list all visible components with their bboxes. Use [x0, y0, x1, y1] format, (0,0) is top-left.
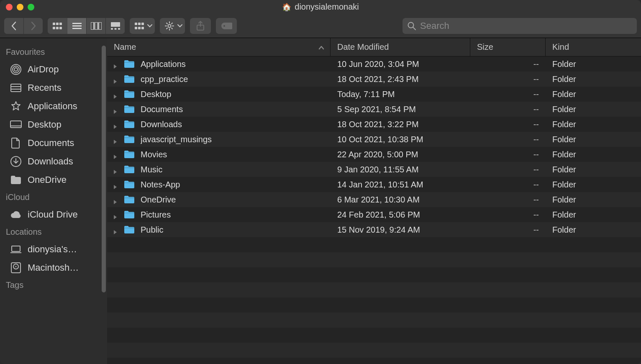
- disclosure-triangle-icon[interactable]: [113, 197, 118, 202]
- sidebar-item-dionysias[interactable]: dionysia's…: [0, 240, 107, 259]
- sidebar-item-label: Recents: [28, 82, 62, 93]
- empty-row: [107, 237, 641, 252]
- sidebar-item-downloads[interactable]: Downloads: [0, 152, 107, 171]
- search-field[interactable]: [403, 18, 637, 34]
- svg-rect-19: [135, 27, 137, 29]
- tags-button[interactable]: [216, 18, 237, 34]
- column-name[interactable]: Name: [107, 38, 331, 56]
- gallery-view-button[interactable]: [105, 18, 125, 34]
- folder-icon: [124, 195, 135, 204]
- disclosure-triangle-icon[interactable]: [113, 182, 118, 187]
- scrollbar-thumb[interactable]: [102, 46, 106, 292]
- disclosure-triangle-icon[interactable]: [113, 107, 118, 112]
- svg-rect-33: [10, 121, 21, 128]
- file-date: 15 Nov 2019, 9:24 AM: [331, 225, 470, 235]
- svg-rect-4: [56, 27, 59, 29]
- disclosure-triangle-icon[interactable]: [113, 152, 118, 157]
- table-row[interactable]: Documents 5 Sep 2021, 8:54 PM -- Folder: [107, 102, 641, 117]
- sidebar-item-desktop[interactable]: Desktop: [0, 115, 107, 134]
- disclosure-triangle-icon[interactable]: [113, 92, 118, 97]
- svg-point-27: [14, 68, 18, 71]
- folder-icon: [124, 120, 135, 128]
- sidebar-item-applications[interactable]: Applications: [0, 97, 107, 115]
- disclosure-triangle-icon[interactable]: [113, 167, 118, 172]
- sidebar-item-onedrive[interactable]: OneDrive: [0, 171, 107, 189]
- svg-rect-21: [141, 27, 144, 29]
- svg-rect-5: [59, 27, 62, 29]
- file-date: 24 Feb 2021, 5:06 PM: [331, 210, 470, 220]
- sidebar-item-macintosh[interactable]: Macintosh…: [0, 259, 107, 277]
- sidebar[interactable]: FavouritesAirDropRecentsApplicationsDesk…: [0, 38, 107, 364]
- minimize-window-button[interactable]: [17, 4, 23, 10]
- table-row[interactable]: Pictures 24 Feb 2021, 5:06 PM -- Folder: [107, 207, 641, 222]
- file-kind: Folder: [546, 150, 641, 159]
- arrange-dropdown[interactable]: [130, 18, 155, 34]
- file-size: --: [470, 195, 546, 205]
- empty-row: [107, 267, 641, 282]
- tag-icon: [221, 22, 232, 30]
- svg-line-26: [413, 27, 415, 30]
- sidebar-item-airdrop[interactable]: AirDrop: [0, 60, 107, 79]
- icon-view-button[interactable]: [48, 18, 67, 34]
- window-title-text: dionysialemonaki: [295, 2, 359, 12]
- close-window-button[interactable]: [6, 4, 13, 10]
- file-date: Today, 7:11 PM: [331, 90, 470, 99]
- svg-rect-36: [12, 246, 20, 251]
- column-size[interactable]: Size: [470, 38, 546, 56]
- svg-rect-12: [111, 22, 120, 27]
- table-row[interactable]: Public 15 Nov 2019, 9:24 AM -- Folder: [107, 222, 641, 237]
- sidebar-item-iclouddrive[interactable]: iCloud Drive: [0, 205, 107, 224]
- table-row[interactable]: Desktop Today, 7:11 PM -- Folder: [107, 87, 641, 102]
- sidebar-item-documents[interactable]: Documents: [0, 134, 107, 152]
- disclosure-triangle-icon[interactable]: [113, 212, 118, 217]
- table-row[interactable]: Notes-App 14 Jan 2021, 10:51 AM -- Folde…: [107, 177, 641, 192]
- file-kind: Folder: [546, 165, 641, 174]
- sidebar-item-label: AirDrop: [28, 64, 59, 75]
- svg-rect-14: [114, 28, 116, 30]
- share-button[interactable]: [190, 18, 211, 34]
- sidebar-item-label: iCloud Drive: [28, 209, 78, 220]
- finder-window: 🏠 dionysialemonaki: [0, 0, 641, 364]
- file-size: --: [470, 150, 546, 159]
- table-row[interactable]: Applications 10 Jun 2020, 3:04 PM -- Fol…: [107, 56, 641, 72]
- fullscreen-window-button[interactable]: [28, 4, 34, 10]
- search-input[interactable]: [420, 21, 632, 31]
- column-kind[interactable]: Kind: [546, 38, 641, 56]
- sidebar-item-recents[interactable]: Recents: [0, 79, 107, 97]
- table-row[interactable]: Music 9 Jan 2020, 11:55 AM -- Folder: [107, 162, 641, 177]
- action-dropdown[interactable]: [160, 18, 185, 34]
- nav-buttons: [4, 18, 43, 34]
- table-row[interactable]: cpp_practice 18 Oct 2021, 2:43 PM -- Fol…: [107, 72, 641, 87]
- toolbar: [0, 14, 641, 38]
- table-row[interactable]: OneDrive 6 Mar 2021, 10:30 AM -- Folder: [107, 192, 641, 207]
- chevron-down-icon: [147, 24, 152, 28]
- view-mode-buttons: [48, 18, 125, 34]
- file-size: --: [470, 135, 546, 144]
- disclosure-triangle-icon[interactable]: [113, 62, 118, 67]
- file-name: Movies: [141, 150, 331, 159]
- table-row[interactable]: Downloads 18 Oct 2021, 3:22 PM -- Folder: [107, 117, 641, 132]
- file-kind: Folder: [546, 180, 641, 190]
- empty-row: [107, 313, 641, 328]
- file-name: Downloads: [141, 120, 331, 129]
- svg-rect-15: [118, 28, 120, 30]
- folder-icon: [124, 135, 135, 144]
- disclosure-triangle-icon[interactable]: [113, 227, 118, 232]
- column-date[interactable]: Date Modified: [331, 38, 470, 56]
- list-view-button[interactable]: [67, 18, 86, 34]
- disclosure-triangle-icon[interactable]: [113, 77, 118, 82]
- column-view-button[interactable]: [86, 18, 105, 34]
- disclosure-triangle-icon[interactable]: [113, 137, 118, 142]
- empty-row: [107, 282, 641, 297]
- back-button[interactable]: [4, 18, 23, 34]
- file-size: --: [470, 180, 546, 190]
- folder-icon: [10, 174, 22, 186]
- file-size: --: [470, 105, 546, 114]
- disclosure-triangle-icon[interactable]: [113, 122, 118, 127]
- file-date: 5 Sep 2021, 8:54 PM: [331, 105, 470, 114]
- forward-button[interactable]: [23, 18, 43, 34]
- rows-container[interactable]: Applications 10 Jun 2020, 3:04 PM -- Fol…: [107, 56, 641, 364]
- sidebar-item-label: dionysia's…: [28, 244, 77, 255]
- table-row[interactable]: Movies 22 Apr 2020, 5:00 PM -- Folder: [107, 147, 641, 162]
- table-row[interactable]: javascript_musings 10 Oct 2021, 10:38 PM…: [107, 132, 641, 147]
